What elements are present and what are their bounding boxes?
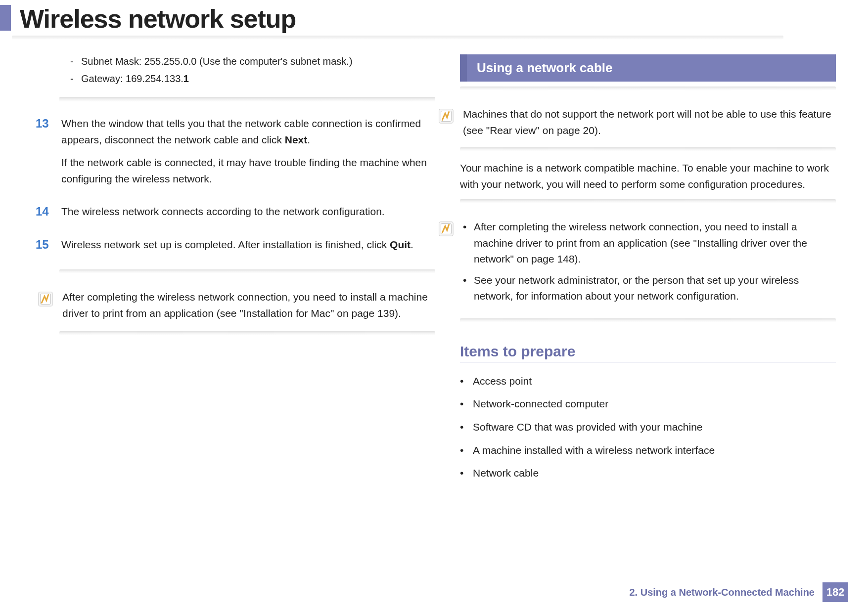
title-accent (0, 5, 11, 31)
step-13: 13 When the window that tells you that t… (59, 116, 435, 194)
list-item: •Software CD that was provided with your… (460, 419, 836, 436)
note-icon (436, 106, 455, 125)
note-bullet-2-text: See your network administrator, or the p… (474, 272, 836, 305)
item-text: Network-connected computer (473, 396, 836, 412)
section-banner: Using a network cable (467, 54, 836, 82)
step-13-p1a: When the window that tells you that the … (61, 118, 421, 145)
intro-paragraph: Your machine is a network compatible mac… (460, 160, 836, 192)
gateway-text: Gateway: 169.254.133.1 (81, 72, 435, 86)
step-15-c: . (411, 239, 413, 250)
list-item: •Network-connected computer (460, 396, 836, 412)
note-driver-mac: After completing the wireless network co… (59, 282, 435, 321)
thin-rule (460, 362, 836, 362)
note-icon (36, 289, 54, 308)
page-title: Wireless network setup (20, 4, 868, 34)
divider (460, 318, 836, 322)
gateway-prefix: Gateway: 169.254.133. (81, 73, 183, 84)
step-13-p2: If the network cable is connected, it ma… (61, 155, 435, 187)
step-14: 14 The wireless network connects accordi… (59, 204, 435, 227)
note-inner: After completing the wireless network co… (59, 286, 435, 321)
left-column: - Subnet Mask: 255.255.0.0 (Use the comp… (59, 54, 435, 488)
bullet-icon: • (463, 272, 468, 305)
dash-icon: - (70, 72, 75, 86)
item-text: Software CD that was provided with your … (473, 419, 836, 436)
divider (460, 87, 836, 90)
step-body: When the window that tells you that the … (61, 116, 435, 194)
bullet-icon: • (460, 373, 464, 390)
step-15-a: Wireless network set up is completed. Af… (61, 239, 390, 250)
right-column: Using a network cable Machines that do n… (460, 54, 836, 488)
page-number: 182 (822, 582, 848, 602)
step-13-p1c: . (307, 134, 310, 145)
chapter-label: 2. Using a Network-Connected Machine (629, 587, 815, 598)
step-number: 15 (36, 237, 52, 260)
step-15-text: Wireless network set up is completed. Af… (61, 237, 435, 253)
note-text: Machines that do not support the network… (463, 106, 836, 138)
note-text: After completing the wireless network co… (62, 289, 435, 321)
divider (59, 331, 435, 335)
sub-item-gateway: - Gateway: 169.254.133.1 (59, 72, 435, 86)
title-bar: Wireless network setup (0, 0, 868, 36)
note-inner: Machines that do not support the network… (460, 103, 836, 138)
bullet-icon: • (460, 465, 464, 482)
items-list: •Access point •Network-connected compute… (460, 373, 836, 482)
list-item: •Network cable (460, 465, 836, 482)
item-text: Access point (473, 373, 836, 390)
step-number: 13 (36, 116, 52, 194)
bullet-icon: • (460, 419, 464, 436)
step-15: 15 Wireless network set up is completed.… (59, 237, 435, 260)
content-columns: - Subnet Mask: 255.255.0.0 (Use the comp… (0, 40, 868, 488)
note-network-port: Machines that do not support the network… (460, 99, 836, 138)
list-item: •Access point (460, 373, 836, 390)
document-page: Wireless network setup - Subnet Mask: 25… (0, 0, 868, 613)
item-text: Network cable (473, 465, 836, 482)
divider (460, 199, 836, 203)
divider (59, 97, 435, 102)
divider (59, 269, 435, 273)
step-body: The wireless network connects according … (61, 204, 435, 227)
list-item: •A machine installed with a wireless net… (460, 442, 836, 459)
bullet-icon: • (463, 219, 468, 267)
step-14-text: The wireless network connects according … (61, 204, 435, 220)
note-inner: • After completing the wireless network … (460, 216, 836, 309)
step-number: 14 (36, 204, 52, 227)
note-bullet-1-text: After completing the wireless network co… (474, 219, 836, 267)
note-icon (436, 219, 455, 238)
divider (460, 147, 836, 151)
section-banner-wrap: Using a network cable (460, 54, 836, 82)
footer: 2. Using a Network-Connected Machine 182 (629, 582, 848, 602)
title-underline (12, 36, 783, 40)
step-13-p1: When the window that tells you that the … (61, 116, 435, 148)
items-heading: Items to prepare (460, 343, 836, 360)
step-13-next: Next (285, 134, 308, 145)
item-text: A machine installed with a wireless netw… (473, 442, 836, 459)
step-15-quit: Quit (390, 239, 411, 250)
note-bullet-1: • After completing the wireless network … (463, 219, 836, 267)
gateway-bold: 1 (183, 73, 189, 84)
bullet-icon: • (460, 442, 464, 459)
dash-icon: - (70, 54, 75, 69)
note-driver-network: • After completing the wireless network … (460, 212, 836, 309)
note-bullet-2: • See your network administrator, or the… (463, 272, 836, 305)
step-body: Wireless network set up is completed. Af… (61, 237, 435, 260)
subnet-text: Subnet Mask: 255.255.0.0 (Use the comput… (81, 54, 435, 69)
bullet-icon: • (460, 396, 464, 412)
sub-item-subnet: - Subnet Mask: 255.255.0.0 (Use the comp… (59, 54, 435, 69)
note-text: • After completing the wireless network … (463, 219, 836, 309)
